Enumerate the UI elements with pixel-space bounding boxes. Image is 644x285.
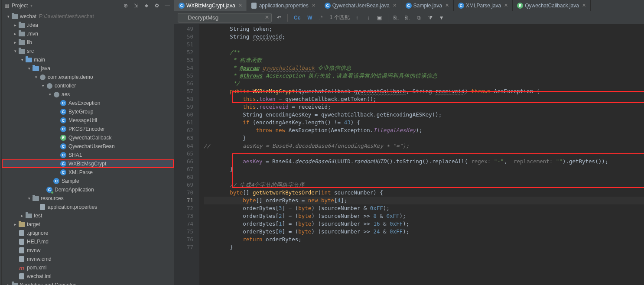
find-history-icon[interactable]: ↶: [275, 14, 283, 22]
match-case-toggle[interactable]: Cc: [292, 14, 302, 22]
tree-item[interactable]: ▸HELP.md: [2, 237, 174, 246]
words-toggle[interactable]: W: [306, 14, 314, 22]
file-icon: [39, 204, 46, 211]
regex-toggle[interactable]: .*: [318, 14, 325, 22]
prev-match-icon[interactable]: ↑: [353, 14, 361, 22]
tree-item[interactable]: ▸Scratches and Consoles: [2, 281, 174, 285]
target-icon[interactable]: ⊕: [122, 2, 130, 10]
editor-tab[interactable]: EQywechatCallback.java✕: [513, 0, 591, 11]
close-tab-icon[interactable]: ✕: [504, 3, 508, 8]
tree-arrow-icon[interactable]: ▸: [12, 32, 18, 36]
tree-item[interactable]: ▸mpom.xml: [2, 263, 174, 272]
divider-icon[interactable]: ≑: [143, 2, 150, 10]
tree-arrow-icon[interactable]: ▸: [19, 214, 25, 218]
find-input[interactable]: [178, 13, 272, 23]
tree-item[interactable]: ▸CSample: [2, 177, 174, 185]
tree-item[interactable]: ▸CXMLParse: [2, 168, 174, 177]
close-tab-icon[interactable]: ✕: [238, 3, 242, 8]
tree-item[interactable]: ▸EQywechatCallback: [2, 133, 174, 142]
tree-item[interactable]: ▾aes: [2, 90, 174, 99]
tree-item[interactable]: ▸target: [2, 220, 174, 229]
tree-arrow-icon[interactable]: ▾: [26, 196, 32, 201]
remove-selection-icon[interactable]: ⎘₋: [404, 14, 412, 22]
tree-item[interactable]: ▸CWXBizMsgCrypt: [2, 159, 174, 168]
tree-item[interactable]: ▸mvnw: [2, 246, 174, 255]
tree-item[interactable]: ▸.gitignore: [2, 229, 174, 237]
toggle-filter-icon[interactable]: ⧩: [426, 14, 434, 22]
tree-item[interactable]: ▸mvnw.cmd: [2, 255, 174, 263]
tree-item[interactable]: ▸lib: [2, 38, 174, 47]
file-type-icon: C: [406, 3, 411, 8]
tree-item[interactable]: ▸CByteGroup: [2, 107, 174, 116]
tree-item[interactable]: ▸CMessageUtil: [2, 116, 174, 125]
editor-area: CWXBizMsgCrypt.java✕application.properti…: [174, 0, 644, 285]
tree-item[interactable]: ▸CAesException: [2, 99, 174, 107]
tree-arrow-icon[interactable]: ▾: [40, 84, 46, 88]
tree-item[interactable]: ▾wechatF:\JavaItem\test\wechat: [2, 12, 174, 21]
tree-item[interactable]: ▾com.example.demo: [2, 73, 174, 81]
tree-item[interactable]: ▾main: [2, 55, 174, 64]
editor-tab[interactable]: CQywechatUserBean.java✕: [320, 0, 401, 11]
project-tree[interactable]: ▾wechatF:\JavaItem\test\wechat▸.idea▸.mv…: [2, 11, 174, 285]
file-icon: [18, 48, 25, 55]
tree-arrow-icon[interactable]: ▾: [26, 66, 32, 71]
close-tab-icon[interactable]: ✕: [312, 3, 315, 8]
clear-search-icon[interactable]: ✕: [265, 14, 269, 20]
file-type-icon: C: [458, 3, 464, 8]
tree-item[interactable]: ▾java: [2, 64, 174, 73]
tree-label: test: [34, 213, 42, 219]
tree-label: target: [27, 221, 40, 227]
tree-item[interactable]: ▾resources: [2, 194, 174, 203]
file-icon: [53, 91, 60, 98]
hide-icon[interactable]: —: [163, 2, 171, 10]
expand-all-icon[interactable]: ⇲: [132, 2, 140, 10]
editor-tab[interactable]: application.properties✕: [247, 0, 320, 11]
tree-item[interactable]: ▸wechat.iml: [2, 272, 174, 281]
file-icon: C: [60, 126, 67, 133]
tab-label: XMLParse.java: [466, 3, 501, 9]
tree-label: MessageUtil: [68, 117, 97, 123]
tree-arrow-icon[interactable]: ▾: [5, 14, 11, 19]
tab-label: QywechatUserBean.java: [332, 3, 390, 9]
tree-item[interactable]: ▸.idea: [2, 21, 174, 29]
code-editor[interactable]: 4950515253545556575859606162636465666768…: [174, 24, 644, 285]
tree-item[interactable]: ▸CSHA1: [2, 151, 174, 159]
filter-icon[interactable]: ▼: [438, 14, 446, 22]
add-selection-icon[interactable]: ⎘₊: [393, 14, 400, 22]
code-content[interactable]: String token; String receiveid; /** * 构造…: [199, 24, 644, 285]
file-type-icon: C: [325, 3, 330, 8]
editor-tab[interactable]: CXMLParse.java✕: [454, 0, 513, 11]
tree-arrow-icon[interactable]: ▸: [12, 40, 18, 45]
tree-item[interactable]: ▾src: [2, 47, 174, 55]
file-type-icon: E: [517, 3, 523, 8]
tree-arrow-icon[interactable]: ▸: [12, 23, 18, 27]
tree-arrow-icon[interactable]: ▾: [12, 49, 18, 53]
close-tab-icon[interactable]: ✕: [393, 3, 397, 8]
tree-arrow-icon[interactable]: ▸: [5, 283, 11, 285]
tree-arrow-icon[interactable]: ▾: [19, 58, 25, 62]
file-icon: [18, 273, 25, 280]
tree-item[interactable]: ▾controller: [2, 81, 174, 90]
tree-item[interactable]: ▸test: [2, 211, 174, 220]
tree-label: WXBizMsgCrypt: [68, 161, 106, 167]
next-match-icon[interactable]: ↓: [364, 14, 372, 22]
tree-item[interactable]: ▸CDemoApplication: [2, 185, 174, 194]
close-tab-icon[interactable]: ✕: [445, 3, 449, 8]
file-icon: [18, 256, 25, 262]
tree-item[interactable]: ▸CQywechatUserBean: [2, 142, 174, 151]
tree-label: lib: [27, 39, 32, 45]
tree-item[interactable]: ▸CPKCS7Encoder: [2, 125, 174, 133]
tree-arrow-icon[interactable]: ▸: [12, 222, 18, 227]
tree-item[interactable]: ▸application.properties: [2, 203, 174, 211]
select-all-icon[interactable]: ▣: [376, 14, 384, 22]
project-dropdown-icon[interactable]: ▦: [4, 3, 9, 9]
file-icon: [25, 212, 32, 219]
tree-arrow-icon[interactable]: ▾: [33, 75, 39, 79]
tree-item[interactable]: ▸.mvn: [2, 29, 174, 38]
settings-icon[interactable]: ✿: [153, 2, 161, 10]
tree-arrow-icon[interactable]: ▾: [47, 92, 53, 97]
editor-tab[interactable]: CWXBizMsgCrypt.java✕: [174, 0, 247, 11]
select-occurrences-icon[interactable]: ⧉: [415, 14, 423, 22]
editor-tab[interactable]: CSample.java✕: [401, 0, 454, 11]
close-tab-icon[interactable]: ✕: [582, 3, 586, 8]
